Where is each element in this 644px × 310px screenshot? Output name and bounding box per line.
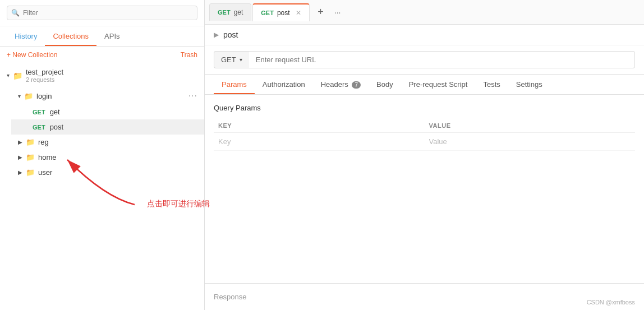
tab-get-method: GET — [218, 9, 231, 16]
value-input[interactable] — [429, 137, 631, 146]
expand-icon[interactable]: ▶ — [214, 31, 219, 39]
more-tabs-button[interactable]: ··· — [330, 4, 346, 20]
folder-icon-home: 📁 — [26, 153, 35, 161]
tab-post[interactable]: GET post ✕ — [252, 3, 309, 21]
sidebar-search-area: 🔍 — [0, 0, 204, 26]
nav-tab-headers[interactable]: Headers 7 — [313, 75, 369, 94]
response-section: Response — [205, 283, 644, 310]
folder-icon-reg: 📁 — [26, 138, 35, 146]
folder-label-login: login — [36, 92, 52, 100]
sidebar-actions: + New Collection Trash — [0, 47, 204, 63]
sidebar-tabs: History Collections APIs — [0, 26, 204, 47]
query-params-title: Query Params — [214, 104, 635, 112]
project-requests: 2 requests — [26, 76, 63, 83]
project-folder-icon: 📁 — [13, 71, 22, 80]
add-tab-button[interactable]: + — [313, 4, 329, 20]
tabs-bar: GET get GET post ✕ + ··· — [205, 0, 644, 25]
url-input[interactable] — [249, 51, 635, 68]
params-section: Query Params KEY VALUE — [205, 95, 644, 283]
params-table: KEY VALUE — [214, 119, 635, 151]
value-column-header: VALUE — [425, 119, 636, 133]
project-header[interactable]: ▾ 📁 test_project 2 requests — [0, 63, 204, 87]
new-collection-button[interactable]: + New Collection — [7, 51, 57, 59]
request-title: post — [223, 30, 238, 39]
tab-close-button[interactable]: ✕ — [296, 9, 301, 17]
nav-tab-headers-label: Headers — [321, 80, 348, 89]
request-row-post[interactable]: GET post — [11, 119, 204, 135]
key-column-header: KEY — [214, 119, 425, 133]
folder-home[interactable]: ▶ 📁 home — [11, 150, 204, 165]
request-name-post: post — [50, 123, 64, 131]
method-badge-post: GET — [33, 124, 45, 131]
collection-group: ▾ 📁 login ··· GET get GET post ▶ 📁 reg — [0, 87, 204, 180]
folder-more-icon[interactable]: ··· — [188, 91, 197, 101]
project-name: test_project — [26, 68, 63, 76]
folder-chevron-home-icon: ▶ — [18, 154, 22, 160]
folder-user[interactable]: ▶ 📁 user — [11, 165, 204, 180]
sidebar: 🔍 History Collections APIs + New Collect… — [0, 0, 205, 310]
request-row-get[interactable]: GET get — [11, 104, 204, 119]
request-title-bar: ▶ post — [205, 25, 644, 45]
tab-collections[interactable]: Collections — [45, 26, 96, 46]
folder-login[interactable]: ▾ 📁 login ··· — [11, 87, 204, 104]
filter-input[interactable] — [7, 6, 197, 20]
folder-label-reg: reg — [38, 138, 49, 146]
folder-chevron-icon: ▾ — [18, 93, 21, 99]
tab-post-name: post — [277, 9, 290, 17]
folder-chevron-user-icon: ▶ — [18, 169, 22, 175]
nav-tab-params[interactable]: Params — [214, 75, 255, 94]
nav-tabs: Params Authorization Headers 7 Body Pre-… — [205, 75, 644, 95]
headers-badge: 7 — [352, 81, 361, 89]
folder-label-user: user — [38, 168, 52, 177]
folder-label-home: home — [38, 153, 57, 161]
folder-reg[interactable]: ▶ 📁 reg — [11, 135, 204, 150]
nav-tab-body[interactable]: Body — [369, 75, 401, 94]
tab-history[interactable]: History — [7, 26, 45, 46]
folder-icon-login: 📁 — [24, 92, 33, 100]
request-name-get: get — [50, 108, 60, 116]
response-title: Response — [214, 293, 247, 301]
tab-get-name: get — [234, 8, 243, 16]
tab-post-method: GET — [261, 10, 274, 16]
nav-tab-tests[interactable]: Tests — [475, 75, 508, 94]
method-select[interactable]: GET ▾ — [214, 51, 249, 68]
method-chevron-icon: ▾ — [240, 57, 242, 63]
folder-icon-user: 📁 — [26, 168, 35, 177]
project-chevron-icon: ▾ — [7, 72, 10, 78]
main-panel: GET get GET post ✕ + ··· ▶ post GET ▾ Pa… — [205, 0, 644, 310]
nav-tab-authorization[interactable]: Authorization — [255, 75, 313, 94]
param-row — [214, 133, 635, 151]
footer-text: CSDN @xmfboss — [587, 299, 635, 306]
key-input[interactable] — [218, 137, 420, 146]
nav-tab-settings[interactable]: Settings — [508, 75, 550, 94]
nav-tab-prerequest[interactable]: Pre-request Script — [401, 75, 476, 94]
url-bar: GET ▾ — [205, 45, 644, 75]
trash-button[interactable]: Trash — [181, 51, 197, 59]
method-label: GET — [221, 55, 236, 64]
tab-apis[interactable]: APIs — [96, 26, 127, 46]
folder-chevron-reg-icon: ▶ — [18, 139, 22, 145]
search-icon: 🔍 — [11, 9, 20, 17]
method-badge-get: GET — [33, 109, 45, 115]
tab-get[interactable]: GET get — [209, 3, 251, 21]
sidebar-content: ▾ 📁 test_project 2 requests ▾ 📁 login ··… — [0, 63, 204, 310]
